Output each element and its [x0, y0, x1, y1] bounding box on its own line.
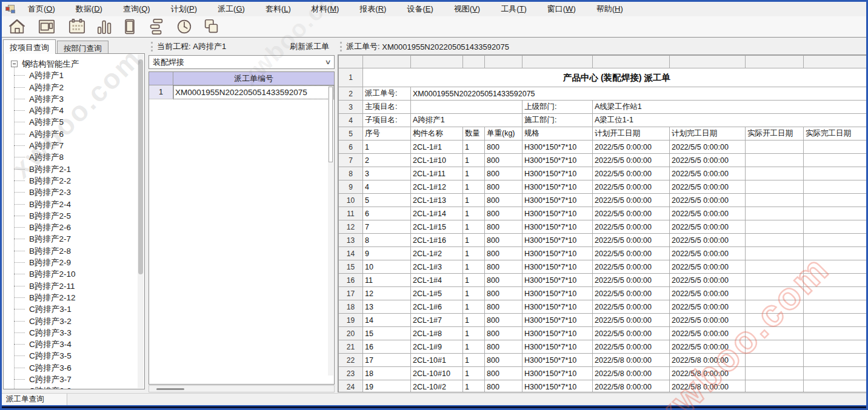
- bar-chart-icon[interactable]: [94, 17, 116, 36]
- sheet-column-header[interactable]: [463, 56, 485, 68]
- tree-root-node[interactable]: 钢结构智能生产: [4, 58, 144, 70]
- sheet-cell[interactable]: 800: [485, 141, 522, 154]
- sheet-cell[interactable]: 2022/5/8 0:00:00: [670, 367, 746, 380]
- sheet-row-number[interactable]: 17: [339, 287, 363, 300]
- sheet-cell[interactable]: 2022/5/8 0:00:00: [593, 354, 670, 367]
- sheet-value-cell[interactable]: A跨排产1: [411, 114, 522, 127]
- sheet-cell[interactable]: 800: [485, 314, 522, 327]
- sheet-column-header[interactable]: [411, 56, 463, 68]
- tree-item[interactable]: C跨排产3-2: [4, 316, 144, 327]
- workorder-vscroll-thumb[interactable]: [329, 87, 333, 162]
- menu-item[interactable]: 数据(D): [70, 2, 108, 16]
- sheet-cell[interactable]: [804, 154, 867, 167]
- tree-item[interactable]: C跨排产3-3: [4, 327, 144, 339]
- sheet-cell[interactable]: [746, 380, 804, 393]
- sheet-cell[interactable]: 1: [463, 180, 485, 194]
- statusbar-tab-workorder-query[interactable]: 派工单查询: [2, 394, 67, 405]
- tree-item[interactable]: B跨排产2-10: [4, 268, 144, 280]
- sheet-cell[interactable]: 1: [463, 327, 485, 340]
- tree-item[interactable]: B跨排产2-1: [4, 164, 144, 175]
- sheet-cell[interactable]: 2022/5/5 0:00:00: [670, 194, 746, 207]
- sheet-cell[interactable]: 2022/5/5 0:00:00: [593, 247, 670, 260]
- sheet-cell[interactable]: [746, 154, 804, 167]
- sheet-label-cell[interactable]: 上级部门:: [522, 101, 593, 114]
- sheet-cell[interactable]: 2022/5/5 0:00:00: [670, 287, 746, 300]
- sheet-cell[interactable]: 2022/5/5 0:00:00: [593, 314, 670, 327]
- sheet-cell[interactable]: 2022/5/5 0:00:00: [593, 340, 670, 354]
- sheet-cell[interactable]: [804, 194, 867, 207]
- sheet-cell[interactable]: 4: [363, 180, 411, 194]
- sheet-cell[interactable]: 2CL-1#7: [411, 314, 463, 327]
- sheet-cell[interactable]: 2022/5/5 0:00:00: [670, 234, 746, 247]
- workorder-horizontal-scrollbar[interactable]: [149, 385, 335, 392]
- sheet-cell[interactable]: 10: [363, 260, 411, 274]
- sheet-cell[interactable]: [746, 207, 804, 220]
- sheet-label-cell[interactable]: 派工单号:: [363, 87, 411, 101]
- sheet-cell[interactable]: 2022/5/5 0:00:00: [670, 314, 746, 327]
- sheet-cell[interactable]: 2CL-10#10: [411, 367, 463, 380]
- sheet-cell[interactable]: 17: [363, 354, 411, 367]
- sheet-cell[interactable]: 800: [485, 194, 522, 207]
- sheet-cell[interactable]: 2CL-1#9: [411, 340, 463, 354]
- sheet-cell[interactable]: 1: [463, 354, 485, 367]
- tree-item[interactable]: B跨排产2-6: [4, 222, 144, 233]
- sheet-cell[interactable]: 2: [363, 154, 411, 167]
- sheet-cell[interactable]: 2022/5/5 0:00:00: [593, 194, 670, 207]
- sheet-row-number[interactable]: 19: [339, 314, 363, 327]
- sheet-row-number[interactable]: 10: [339, 194, 363, 207]
- sheet-cell[interactable]: 800: [485, 274, 522, 287]
- drag-grip-icon[interactable]: [151, 42, 153, 51]
- sheet-cell[interactable]: 2CL-1#15: [411, 220, 463, 234]
- sheet-cell[interactable]: 11: [363, 274, 411, 287]
- sheet-cell[interactable]: [746, 340, 804, 354]
- sheet-cell[interactable]: 2022/5/5 0:00:00: [670, 247, 746, 260]
- sheet-cell[interactable]: 2022/5/5 0:00:00: [593, 234, 670, 247]
- sheet-row-number[interactable]: 20: [339, 327, 363, 340]
- sheet-row-number[interactable]: 3: [339, 101, 363, 114]
- sheet-row-number[interactable]: 16: [339, 274, 363, 287]
- tree-item[interactable]: B跨排产2-8: [4, 245, 144, 257]
- tree-item[interactable]: C跨排产3-4: [4, 339, 144, 350]
- sheet-cell[interactable]: 2CL-1#3: [411, 260, 463, 274]
- sheet-cell[interactable]: [804, 274, 867, 287]
- sheet-column-header[interactable]: [363, 56, 411, 68]
- sheet-cell[interactable]: H300*150*7*10: [522, 154, 593, 167]
- sheet-row-number[interactable]: 18: [339, 300, 363, 314]
- menu-item[interactable]: 首页(O): [22, 2, 61, 16]
- sheet-header-cell[interactable]: 规格: [522, 127, 593, 141]
- sheet-cell[interactable]: 1: [463, 380, 485, 393]
- menu-item[interactable]: 视图(V): [449, 2, 486, 16]
- home-icon[interactable]: [4, 17, 30, 36]
- sheet-row-number[interactable]: 12: [339, 220, 363, 234]
- sheet-cell[interactable]: [746, 354, 804, 367]
- sheet-cell[interactable]: 2CL-10#2: [411, 380, 463, 393]
- sheet-cell[interactable]: [746, 367, 804, 380]
- sheet-cell[interactable]: [804, 300, 867, 314]
- sheet-cell[interactable]: [746, 260, 804, 274]
- menu-item[interactable]: 工具(T): [495, 2, 532, 16]
- workorder-hscroll-thumb[interactable]: [156, 388, 184, 390]
- sheet-cell[interactable]: 800: [485, 380, 522, 393]
- tree-item[interactable]: C跨排产3-8: [4, 385, 144, 389]
- sheet-cell[interactable]: 2022/5/5 0:00:00: [670, 260, 746, 274]
- tree-item[interactable]: B跨排产2-11: [4, 280, 144, 292]
- sheet-header-cell[interactable]: 构件名称: [411, 127, 463, 141]
- sheet-row-number[interactable]: 23: [339, 367, 363, 380]
- sheet-cell[interactable]: H300*150*7*10: [522, 274, 593, 287]
- sheet-value-cell[interactable]: A线梁工作站1: [593, 101, 867, 114]
- sheet-column-header[interactable]: [804, 56, 867, 68]
- sheet-cell[interactable]: [746, 314, 804, 327]
- sheet-cell[interactable]: H300*150*7*10: [522, 220, 593, 234]
- tree-item[interactable]: B跨排产2-5: [4, 210, 144, 222]
- sheet-cell[interactable]: [746, 274, 804, 287]
- sheet-cell[interactable]: 2CL-1#14: [411, 207, 463, 220]
- sheet-cell[interactable]: H300*150*7*10: [522, 314, 593, 327]
- sheet-cell[interactable]: 15: [363, 327, 411, 340]
- sheet-column-header[interactable]: [670, 56, 746, 68]
- sheet-cell[interactable]: 2022/5/5 0:00:00: [670, 207, 746, 220]
- sheet-cell[interactable]: 2022/5/5 0:00:00: [593, 287, 670, 300]
- sheet-cell[interactable]: [804, 260, 867, 274]
- menu-item[interactable]: 帮助(H): [591, 2, 629, 16]
- sheet-cell[interactable]: 1: [463, 340, 485, 354]
- tree-scrollbar-thumb[interactable]: [138, 59, 143, 274]
